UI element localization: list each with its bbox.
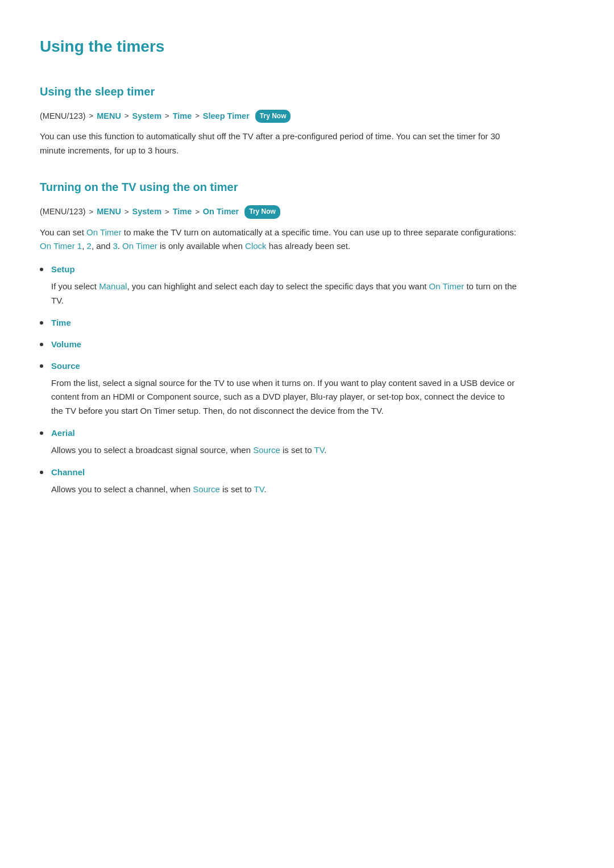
breadcrumb-sleep-timer: Sleep Timer [203,110,250,123]
bullet-desc-aerial: Allows you to select a broadcast signal … [51,443,517,458]
breadcrumb-on-arrow1: > [89,206,94,218]
on-timer-highlight-1: On Timer [86,227,122,237]
bullet-content-time: Time [51,316,517,330]
bullet-dot-volume [40,343,43,346]
list-item-setup: Setup If you select Manual, you can high… [40,263,517,308]
clock-highlight: Clock [245,241,267,251]
sleep-timer-body: You can use this function to automatical… [40,130,517,158]
bullet-label-source: Source [51,361,80,371]
breadcrumb-arrow2: > [125,110,129,122]
bullet-label-channel: Channel [51,467,85,477]
bullet-content-volume: Volume [51,338,517,351]
bullet-label-setup: Setup [51,264,75,274]
bullet-dot-setup [40,268,43,271]
section-title-sleep: Using the sleep timer [40,82,517,101]
tv-highlight-channel: TV [254,484,264,494]
bullet-content-source: Source From the list, select a signal so… [51,359,517,418]
breadcrumb-arrow4: > [195,110,200,122]
on-timer-intro: You can set On Timer to make the TV turn… [40,226,517,254]
bullet-content-channel: Channel Allows you to select a channel, … [51,466,517,497]
on-timer-highlight-5: On Timer [122,241,157,251]
breadcrumb-on-time: Time [173,205,192,218]
section-sleep-timer: Using the sleep timer (MENU/123) > MENU … [40,82,517,158]
breadcrumb-on-timer: On Timer [203,205,239,218]
breadcrumb-sleep: (MENU/123) > MENU > System > Time > Slee… [40,110,517,123]
bullet-dot-time [40,321,43,325]
manual-highlight: Manual [99,281,127,291]
bullet-content-aerial: Aerial Allows you to select a broadcast … [51,426,517,458]
on-timer-highlight-setup: On Timer [429,281,464,291]
breadcrumb-on-part1: (MENU/123) [40,205,86,218]
breadcrumb-menu: MENU [97,110,121,123]
breadcrumb-on-timer: (MENU/123) > MENU > System > Time > On T… [40,205,517,218]
breadcrumb-part1: (MENU/123) [40,110,86,123]
list-item-source: Source From the list, select a signal so… [40,359,517,418]
source-highlight-aerial: Source [253,445,280,455]
bullet-desc-channel: Allows you to select a channel, when Sou… [51,483,517,497]
bullet-dot-source [40,364,43,368]
bullet-label-volume: Volume [51,339,81,349]
bullet-list: Setup If you select Manual, you can high… [40,263,517,496]
bullet-desc-source: From the list, select a signal source fo… [51,376,517,418]
breadcrumb-on-system: System [132,205,161,218]
breadcrumb-on-menu: MENU [97,205,121,218]
bullet-label-aerial: Aerial [51,428,75,438]
list-item-aerial: Aerial Allows you to select a broadcast … [40,426,517,458]
on-timer-highlight-4: 3 [113,241,117,251]
source-highlight-channel: Source [193,484,220,494]
breadcrumb-on-arrow4: > [195,206,200,218]
breadcrumb-on-arrow3: > [165,206,169,218]
bullet-desc-setup: If you select Manual, you can highlight … [51,280,517,308]
list-item-time: Time [40,316,517,330]
page-title: Using the timers [40,34,517,60]
bullet-label-time: Time [51,318,71,327]
section-on-timer: Turning on the TV using the on timer (ME… [40,178,517,496]
bullet-content-setup: Setup If you select Manual, you can high… [51,263,517,308]
tv-highlight-aerial: TV [314,445,325,455]
list-item-volume: Volume [40,338,517,351]
list-item-channel: Channel Allows you to select a channel, … [40,466,517,497]
on-timer-highlight-3: 2 [87,241,92,251]
section-title-on-timer: Turning on the TV using the on timer [40,178,517,196]
try-now-badge-on-timer[interactable]: Try Now [244,205,280,218]
breadcrumb-time: Time [173,110,192,123]
breadcrumb-on-arrow2: > [125,206,129,218]
bullet-dot-aerial [40,431,43,435]
try-now-badge-sleep[interactable]: Try Now [255,110,291,123]
on-timer-highlight-2: On Timer 1 [40,241,82,251]
breadcrumb-system: System [132,110,161,123]
breadcrumb-arrow1: > [89,110,94,122]
breadcrumb-arrow3: > [165,110,169,122]
bullet-dot-channel [40,471,43,474]
